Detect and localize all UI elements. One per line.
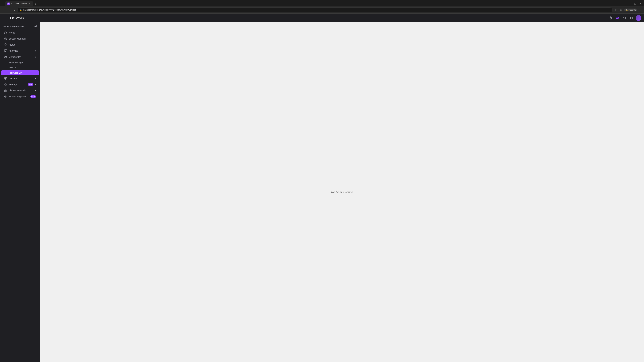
tab-bar: ‹ T Followers - Twitch ✕ + ─ ❐ ✕: [0, 0, 644, 6]
tab-favicon: T: [8, 2, 10, 5]
content-chevron-icon: ▾: [35, 77, 36, 80]
stream-together-icon: [4, 95, 7, 98]
sidebar-item-roles-manager-label: Roles Manager: [9, 61, 24, 64]
nav-bar: ← → ↻ 🔒 dashboard.twitch.tv/u/moodjoy071…: [0, 6, 644, 13]
svg-rect-7: [630, 17, 632, 19]
hamburger-menu-button[interactable]: [3, 15, 8, 21]
analytics-chevron-icon: ▾: [35, 50, 36, 52]
svg-marker-2: [616, 17, 618, 19]
sidebar-item-community[interactable]: Community ▴: [1, 54, 39, 60]
tab-close-button[interactable]: ✕: [28, 2, 31, 5]
minimize-button[interactable]: ─: [628, 2, 632, 6]
svg-rect-16: [5, 45, 6, 45]
nav-actions: ☆ ⬡ 🕵 Incognito ⋮: [613, 7, 643, 12]
community-chevron-icon: ▴: [35, 56, 36, 58]
top-bar: Followers ?: [0, 13, 644, 22]
tab-nav-left[interactable]: ‹: [1, 2, 5, 5]
settings-chevron-icon: ▾: [35, 83, 36, 86]
browser-menu-button[interactable]: ⋮: [638, 7, 643, 12]
crown-button[interactable]: [614, 15, 620, 21]
section-label: CREATOR DASHBOARD: [3, 25, 24, 27]
help-button[interactable]: ?: [608, 15, 613, 21]
app-container: Followers ?: [0, 13, 644, 362]
settings-icon: [4, 83, 7, 86]
browser-chrome: ‹ T Followers - Twitch ✕ + ─ ❐ ✕ ← → ↻ 🔒…: [0, 0, 644, 13]
sidebar-item-viewer-rewards-label: Viewer Rewards: [9, 89, 33, 92]
page-title: Followers: [10, 16, 24, 19]
svg-point-4: [617, 17, 618, 17]
svg-point-5: [618, 17, 619, 18]
sidebar-item-roles-manager[interactable]: Roles Manager: [1, 60, 39, 65]
tab-title: Followers - Twitch: [11, 2, 27, 5]
incognito-icon: 🕵: [626, 9, 628, 11]
stream-together-new-badge: NEW: [30, 95, 36, 98]
maximize-button[interactable]: ❐: [633, 2, 637, 6]
top-bar-right: ?: [608, 15, 641, 21]
svg-point-21: [5, 56, 6, 57]
extensions-button[interactable]: ⬡: [619, 7, 623, 12]
sidebar-item-followers-list[interactable]: Followers List: [1, 70, 39, 75]
svg-rect-19: [5, 51, 6, 52]
svg-point-15: [5, 38, 6, 39]
tab-list: T Followers - Twitch ✕ +: [5, 1, 628, 6]
svg-point-30: [4, 96, 5, 97]
stream-manager-icon: [4, 37, 7, 40]
svg-rect-20: [6, 50, 6, 52]
sidebar-item-analytics[interactable]: Analytics ▾: [1, 48, 39, 54]
community-icon: [4, 55, 7, 58]
close-button[interactable]: ✕: [639, 2, 643, 6]
sidebar-item-alerts-label: Alerts: [9, 43, 36, 46]
svg-point-31: [6, 96, 7, 97]
analytics-icon: [4, 49, 7, 52]
top-bar-left: Followers: [3, 15, 43, 21]
sidebar-item-home[interactable]: Home: [1, 30, 39, 35]
sidebar-item-stream-together-label: Stream Together: [9, 95, 29, 98]
forward-button[interactable]: →: [7, 7, 12, 12]
sidebar-item-activity[interactable]: Activity: [1, 65, 39, 70]
sidebar-item-settings-label: Settings: [9, 83, 26, 86]
collapse-sidebar-button[interactable]: [33, 24, 38, 28]
no-users-found-text: No Users Found: [331, 191, 353, 194]
content-icon: [4, 77, 7, 80]
viewer-rewards-icon: [4, 89, 7, 92]
star-button[interactable]: ☆: [613, 7, 618, 12]
new-tab-button[interactable]: +: [34, 2, 38, 6]
sidebar-item-analytics-label: Analytics: [9, 49, 33, 52]
mail-button[interactable]: [622, 15, 627, 21]
avatar[interactable]: [636, 15, 641, 21]
sidebar-item-settings[interactable]: Settings NEW ▾: [1, 82, 39, 87]
sidebar-item-viewer-rewards[interactable]: Viewer Rewards ▾: [1, 88, 39, 93]
back-button[interactable]: ←: [1, 7, 6, 12]
viewer-rewards-chevron-icon: ▾: [35, 89, 36, 92]
active-tab[interactable]: T Followers - Twitch ✕: [5, 1, 33, 6]
main-layout: CREATOR DASHBOARD Home: [0, 22, 644, 362]
sidebar-section-header: CREATOR DASHBOARD: [0, 22, 40, 30]
svg-point-22: [6, 56, 6, 57]
sidebar-item-alerts[interactable]: Alerts: [1, 42, 39, 48]
sidebar-item-content-label: Content: [9, 77, 33, 80]
address-bar[interactable]: 🔒 dashboard.twitch.tv/u/moodjoy071/commu…: [18, 7, 613, 12]
sidebar-item-content[interactable]: Content ▾: [1, 76, 39, 81]
incognito-badge: 🕵 Incognito: [624, 8, 637, 11]
window-controls: ─ ❐ ✕: [628, 2, 643, 6]
sidebar-item-stream-manager[interactable]: Stream Manager: [1, 36, 39, 41]
url-text: dashboard.twitch.tv/u/moodjoy071/communi…: [23, 9, 76, 11]
sidebar-item-home-label: Home: [9, 31, 36, 34]
incognito-label: Incognito: [628, 9, 636, 11]
settings-new-badge: NEW: [28, 83, 33, 86]
sidebar-item-community-label: Community: [9, 55, 33, 58]
notifications-button[interactable]: [628, 15, 634, 21]
svg-point-26: [5, 84, 6, 85]
svg-rect-18: [5, 51, 5, 52]
sidebar: CREATOR DASHBOARD Home: [0, 22, 40, 362]
alerts-icon: [4, 43, 7, 46]
sidebar-item-stream-together[interactable]: Stream Together NEW: [1, 94, 39, 99]
refresh-button[interactable]: ↻: [12, 7, 17, 12]
sidebar-item-stream-manager-label: Stream Manager: [9, 37, 36, 40]
svg-text:?: ?: [610, 17, 611, 19]
home-icon: [4, 31, 7, 34]
svg-point-3: [616, 17, 616, 18]
content-area: No Users Found: [40, 22, 644, 362]
lock-icon: 🔒: [20, 9, 22, 11]
sidebar-item-followers-list-label: Followers List: [9, 71, 22, 74]
